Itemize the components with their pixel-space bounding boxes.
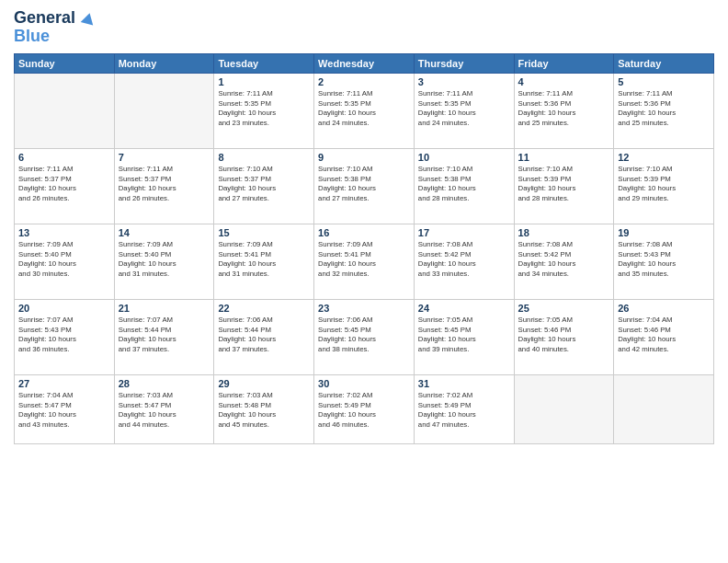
day-number: 5 — [618, 76, 710, 87]
day-number: 13 — [18, 227, 110, 238]
day-number: 29 — [218, 378, 310, 389]
day-number: 8 — [218, 152, 310, 163]
calendar-cell: 12Sunrise: 7:10 AM Sunset: 5:39 PM Dayli… — [614, 148, 714, 224]
calendar-cell: 11Sunrise: 7:10 AM Sunset: 5:39 PM Dayli… — [514, 148, 614, 224]
day-detail: Sunrise: 7:09 AM Sunset: 5:41 PM Dayligh… — [218, 240, 310, 281]
day-number: 18 — [518, 227, 610, 238]
day-detail: Sunrise: 7:10 AM Sunset: 5:38 PM Dayligh… — [318, 165, 410, 205]
day-detail: Sunrise: 7:10 AM Sunset: 5:38 PM Dayligh… — [418, 165, 510, 205]
calendar-cell: 27Sunrise: 7:04 AM Sunset: 5:47 PM Dayli… — [15, 374, 115, 443]
col-header-friday: Friday — [514, 53, 614, 73]
calendar-cell: 2Sunrise: 7:11 AM Sunset: 5:35 PM Daylig… — [314, 73, 415, 148]
calendar-cell: 30Sunrise: 7:02 AM Sunset: 5:49 PM Dayli… — [314, 374, 415, 443]
day-number: 16 — [318, 227, 410, 238]
logo-triangle-icon — [81, 12, 97, 26]
calendar-header-row: SundayMondayTuesdayWednesdayThursdayFrid… — [15, 53, 714, 73]
day-detail: Sunrise: 7:04 AM Sunset: 5:46 PM Dayligh… — [618, 316, 710, 356]
calendar-cell: 22Sunrise: 7:06 AM Sunset: 5:44 PM Dayli… — [214, 299, 314, 374]
calendar-cell — [614, 374, 714, 443]
day-detail: Sunrise: 7:11 AM Sunset: 5:36 PM Dayligh… — [518, 89, 610, 130]
day-detail: Sunrise: 7:11 AM Sunset: 5:37 PM Dayligh… — [18, 165, 110, 205]
day-detail: Sunrise: 7:10 AM Sunset: 5:39 PM Dayligh… — [618, 165, 710, 205]
calendar-cell: 8Sunrise: 7:10 AM Sunset: 5:37 PM Daylig… — [214, 148, 314, 224]
calendar-week-row: 13Sunrise: 7:09 AM Sunset: 5:40 PM Dayli… — [15, 224, 714, 299]
day-number: 22 — [218, 303, 310, 314]
calendar-cell: 6Sunrise: 7:11 AM Sunset: 5:37 PM Daylig… — [15, 148, 115, 224]
day-detail: Sunrise: 7:10 AM Sunset: 5:37 PM Dayligh… — [218, 165, 310, 205]
calendar-cell: 25Sunrise: 7:05 AM Sunset: 5:46 PM Dayli… — [514, 299, 614, 374]
day-detail: Sunrise: 7:11 AM Sunset: 5:36 PM Dayligh… — [618, 89, 710, 130]
day-detail: Sunrise: 7:08 AM Sunset: 5:42 PM Dayligh… — [418, 240, 510, 281]
day-detail: Sunrise: 7:02 AM Sunset: 5:49 PM Dayligh… — [318, 391, 410, 431]
calendar-cell: 21Sunrise: 7:07 AM Sunset: 5:44 PM Dayli… — [114, 299, 214, 374]
calendar-cell: 15Sunrise: 7:09 AM Sunset: 5:41 PM Dayli… — [214, 224, 314, 299]
day-number: 17 — [418, 227, 510, 238]
day-number: 25 — [518, 303, 610, 314]
day-number: 23 — [318, 303, 410, 314]
col-header-tuesday: Tuesday — [214, 53, 314, 73]
day-number: 7 — [119, 152, 210, 163]
calendar-cell — [114, 73, 214, 148]
calendar-cell — [15, 73, 115, 148]
day-number: 3 — [418, 76, 510, 87]
calendar-cell: 19Sunrise: 7:08 AM Sunset: 5:43 PM Dayli… — [614, 224, 714, 299]
day-detail: Sunrise: 7:11 AM Sunset: 5:35 PM Dayligh… — [418, 89, 510, 130]
day-detail: Sunrise: 7:11 AM Sunset: 5:37 PM Dayligh… — [119, 165, 210, 205]
calendar-cell — [514, 374, 614, 443]
header: General Blue — [14, 9, 714, 46]
day-number: 26 — [618, 303, 710, 314]
calendar-week-row: 27Sunrise: 7:04 AM Sunset: 5:47 PM Dayli… — [15, 374, 714, 443]
day-detail: Sunrise: 7:03 AM Sunset: 5:48 PM Dayligh… — [218, 391, 310, 431]
calendar-week-row: 6Sunrise: 7:11 AM Sunset: 5:37 PM Daylig… — [15, 148, 714, 224]
day-detail: Sunrise: 7:08 AM Sunset: 5:42 PM Dayligh… — [518, 240, 610, 281]
logo-text: General Blue — [14, 9, 95, 46]
day-number: 12 — [618, 152, 710, 163]
day-number: 21 — [119, 303, 210, 314]
col-header-saturday: Saturday — [614, 53, 714, 73]
day-number: 1 — [218, 76, 310, 87]
calendar-cell: 9Sunrise: 7:10 AM Sunset: 5:38 PM Daylig… — [314, 148, 415, 224]
day-number: 6 — [18, 152, 110, 163]
calendar-cell: 26Sunrise: 7:04 AM Sunset: 5:46 PM Dayli… — [614, 299, 714, 374]
calendar-cell: 17Sunrise: 7:08 AM Sunset: 5:42 PM Dayli… — [414, 224, 514, 299]
calendar-cell: 1Sunrise: 7:11 AM Sunset: 5:35 PM Daylig… — [214, 73, 314, 148]
day-number: 20 — [18, 303, 110, 314]
calendar-table: SundayMondayTuesdayWednesdayThursdayFrid… — [14, 53, 714, 444]
day-number: 28 — [119, 378, 210, 389]
calendar-cell: 23Sunrise: 7:06 AM Sunset: 5:45 PM Dayli… — [314, 299, 415, 374]
calendar-cell: 18Sunrise: 7:08 AM Sunset: 5:42 PM Dayli… — [514, 224, 614, 299]
day-number: 24 — [418, 303, 510, 314]
col-header-monday: Monday — [114, 53, 214, 73]
day-number: 14 — [119, 227, 210, 238]
logo: General Blue — [14, 9, 95, 46]
day-number: 2 — [318, 76, 410, 87]
day-number: 4 — [518, 76, 610, 87]
calendar-week-row: 1Sunrise: 7:11 AM Sunset: 5:35 PM Daylig… — [15, 73, 714, 148]
day-number: 15 — [218, 227, 310, 238]
col-header-wednesday: Wednesday — [314, 53, 415, 73]
calendar-week-row: 20Sunrise: 7:07 AM Sunset: 5:43 PM Dayli… — [15, 299, 714, 374]
col-header-sunday: Sunday — [15, 53, 115, 73]
day-detail: Sunrise: 7:04 AM Sunset: 5:47 PM Dayligh… — [18, 391, 110, 431]
calendar-cell: 10Sunrise: 7:10 AM Sunset: 5:38 PM Dayli… — [414, 148, 514, 224]
calendar-cell: 13Sunrise: 7:09 AM Sunset: 5:40 PM Dayli… — [15, 224, 115, 299]
calendar-cell: 5Sunrise: 7:11 AM Sunset: 5:36 PM Daylig… — [614, 73, 714, 148]
calendar-cell: 28Sunrise: 7:03 AM Sunset: 5:47 PM Dayli… — [114, 374, 214, 443]
day-detail: Sunrise: 7:11 AM Sunset: 5:35 PM Dayligh… — [318, 89, 410, 130]
day-number: 11 — [518, 152, 610, 163]
calendar-cell: 31Sunrise: 7:02 AM Sunset: 5:49 PM Dayli… — [414, 374, 514, 443]
calendar-cell: 4Sunrise: 7:11 AM Sunset: 5:36 PM Daylig… — [514, 73, 614, 148]
day-detail: Sunrise: 7:09 AM Sunset: 5:40 PM Dayligh… — [119, 240, 210, 281]
day-detail: Sunrise: 7:06 AM Sunset: 5:45 PM Dayligh… — [318, 316, 410, 356]
day-number: 10 — [418, 152, 510, 163]
logo-blue: Blue — [14, 28, 95, 46]
day-detail: Sunrise: 7:07 AM Sunset: 5:44 PM Dayligh… — [119, 316, 210, 356]
calendar-page: General Blue SundayMondayTuesdayWednesda… — [0, 0, 728, 563]
day-detail: Sunrise: 7:05 AM Sunset: 5:46 PM Dayligh… — [518, 316, 610, 356]
logo-general: General — [14, 8, 75, 27]
day-number: 19 — [618, 227, 710, 238]
day-detail: Sunrise: 7:07 AM Sunset: 5:43 PM Dayligh… — [18, 316, 110, 356]
calendar-cell: 16Sunrise: 7:09 AM Sunset: 5:41 PM Dayli… — [314, 224, 415, 299]
day-detail: Sunrise: 7:11 AM Sunset: 5:35 PM Dayligh… — [218, 89, 310, 130]
day-number: 30 — [318, 378, 410, 389]
